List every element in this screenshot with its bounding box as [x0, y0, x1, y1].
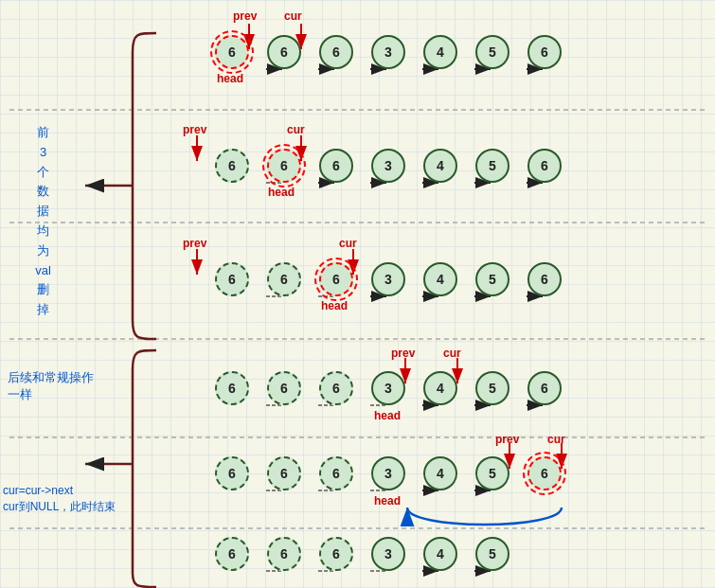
node-r3-4: 4 [423, 371, 457, 405]
node-r3-6: 6 [527, 371, 562, 405]
node-r4-2: 6 [319, 456, 353, 490]
node-r0-0: 6 [215, 35, 249, 69]
node-r0-6: 6 [527, 35, 562, 69]
node-r4-6: 6 [527, 456, 562, 490]
node-r2-4: 4 [423, 262, 457, 296]
label-prev-r0: prev [233, 9, 257, 23]
node-r2-3: 3 [371, 262, 405, 296]
node-r0-3: 3 [371, 35, 405, 69]
node-r5-4: 4 [423, 537, 457, 571]
node-r2-2: 6 [319, 262, 353, 296]
side-text-left-top: 前3个数据均为val删掉 [8, 123, 79, 320]
node-r5-0: 6 [215, 537, 249, 571]
node-r1-0: 6 [215, 149, 249, 183]
node-r4-3: 3 [371, 456, 405, 490]
node-r3-3: 3 [371, 371, 405, 405]
node-r5-5: 5 [475, 537, 509, 571]
node-r0-2: 6 [319, 35, 353, 69]
node-r0-4: 4 [423, 35, 457, 69]
label-cur-r3: cur [443, 347, 461, 360]
label-cur-r0: cur [284, 9, 302, 23]
node-r1-4: 4 [423, 149, 457, 183]
node-r4-5: 5 [475, 456, 509, 490]
node-r5-2: 6 [319, 537, 353, 571]
node-r4-4: 4 [423, 456, 457, 490]
diagram-container: 6 6 6 3 4 5 6 prev cur head 6 6 6 3 4 5 … [0, 0, 715, 588]
node-r1-1: 6 [267, 149, 301, 183]
node-r3-2: 6 [319, 371, 353, 405]
label-head-r0: head [217, 72, 243, 85]
side-text-left-mid: 后续和常规操作一样 [8, 369, 102, 403]
label-head-r1: head [268, 186, 295, 199]
side-text-left-bot: cur=cur->nextcur到NULL，此时结束 [3, 483, 126, 515]
node-r5-1: 6 [267, 537, 301, 571]
node-r0-1: 6 [267, 35, 301, 69]
label-cur-r4: cur [547, 433, 565, 446]
label-prev-r3: prev [391, 347, 415, 360]
node-r2-5: 5 [475, 262, 509, 296]
node-r1-5: 5 [475, 149, 509, 183]
label-head-r3: head [374, 409, 401, 422]
label-prev-r2: prev [183, 237, 206, 250]
label-prev-r4: prev [495, 433, 519, 446]
node-r4-1: 6 [267, 456, 301, 490]
node-r3-1: 6 [267, 371, 301, 405]
node-r4-0: 6 [215, 456, 249, 490]
node-r3-5: 5 [475, 371, 509, 405]
node-r3-0: 6 [215, 371, 249, 405]
label-cur-r1: cur [287, 123, 305, 136]
label-prev-r1: prev [183, 123, 206, 136]
node-r2-6: 6 [527, 262, 562, 296]
node-r1-3: 3 [371, 149, 405, 183]
node-r0-5: 5 [475, 35, 509, 69]
node-r1-6: 6 [527, 149, 562, 183]
label-cur-r2: cur [339, 237, 357, 250]
label-head-r2: head [321, 299, 348, 312]
node-r5-3: 3 [371, 537, 405, 571]
node-r2-0: 6 [215, 262, 249, 296]
node-r2-1: 6 [267, 262, 301, 296]
label-head-r4: head [374, 494, 401, 508]
node-r1-2: 6 [319, 149, 353, 183]
